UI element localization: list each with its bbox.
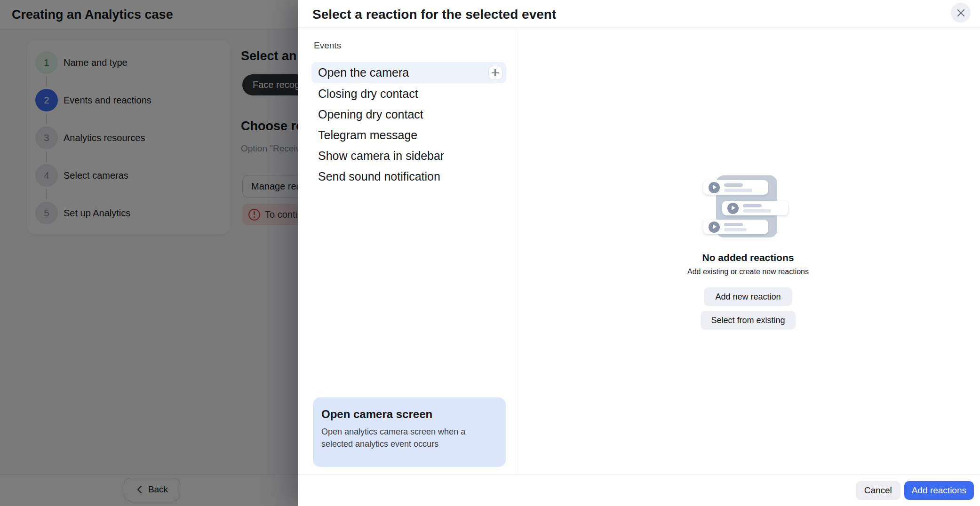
empty-state-title: No added reactions [702, 252, 794, 263]
event-label: Show camera in sidebar [318, 149, 444, 163]
play-circle-icon [727, 203, 739, 214]
events-panel: Events Open the camera Closing dry conta… [298, 29, 516, 474]
info-card-description: Open analytics camera screen when a sele… [321, 426, 497, 450]
play-circle-icon [709, 221, 720, 233]
event-label: Opening dry contact [318, 108, 423, 121]
event-row-show-camera-in-sidebar[interactable]: Show camera in sidebar [311, 145, 506, 166]
event-label: Closing dry contact [318, 87, 418, 101]
illustration-row [722, 201, 788, 215]
info-card-title: Open camera screen [321, 408, 497, 421]
event-row-send-sound-notification[interactable]: Send sound notification [311, 166, 506, 187]
event-label: Open the camera [318, 66, 409, 79]
event-row-telegram-message[interactable]: Telegram message [311, 125, 506, 145]
events-panel-label: Events [314, 40, 341, 51]
modal-footer: Cancel Add reactions [298, 474, 980, 506]
select-from-existing-button[interactable]: Select from existing [701, 311, 795, 330]
event-row-opening-dry-contact[interactable]: Opening dry contact [311, 104, 506, 125]
illustration-row [703, 220, 768, 234]
event-label: Send sound notification [318, 170, 440, 183]
plus-icon[interactable] [488, 66, 502, 80]
select-reaction-modal: Select a reaction for the selected event… [298, 0, 980, 506]
empty-state-subtitle: Add existing or create new reactions [687, 268, 809, 276]
reactions-panel: No added reactions Add existing or creat… [516, 29, 980, 474]
play-circle-icon [709, 182, 720, 193]
add-reactions-button[interactable]: Add reactions [904, 481, 974, 500]
event-label: Telegram message [318, 128, 417, 142]
event-list: Open the camera Closing dry contact Open… [311, 62, 506, 187]
close-button[interactable] [951, 3, 971, 23]
event-row-open-the-camera[interactable]: Open the camera [311, 62, 506, 83]
selected-event-info-card: Open camera screen Open analytics camera… [313, 397, 506, 467]
reactions-empty-illustration [703, 175, 793, 237]
screen: Creating an Analytics case 1 Name and ty… [0, 0, 980, 506]
add-new-reaction-button[interactable]: Add new reaction [704, 287, 792, 306]
modal-header: Select a reaction for the selected event [298, 0, 980, 29]
close-icon [957, 9, 965, 17]
cancel-button[interactable]: Cancel [856, 481, 900, 500]
modal-body: Events Open the camera Closing dry conta… [298, 29, 980, 474]
empty-state: No added reactions Add existing or creat… [516, 175, 980, 330]
illustration-row [703, 180, 768, 195]
modal-title: Select a reaction for the selected event [312, 7, 556, 22]
event-row-closing-dry-contact[interactable]: Closing dry contact [311, 83, 506, 104]
